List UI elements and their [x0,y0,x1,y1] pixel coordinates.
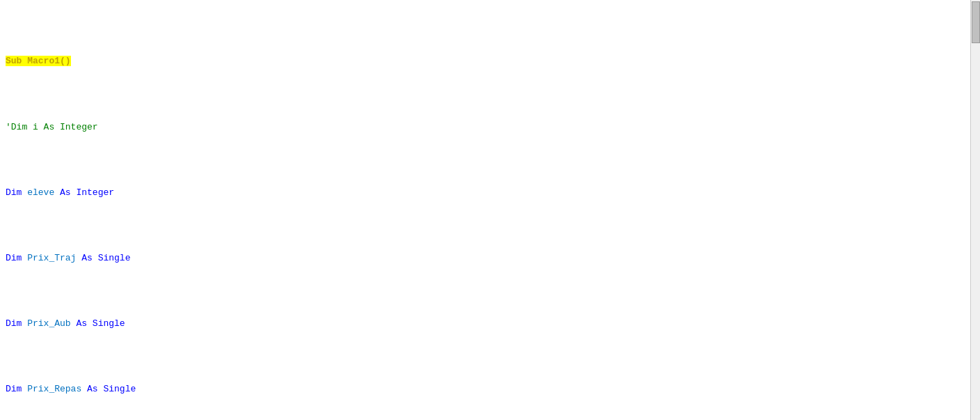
code-line-3: Dim eleve As Integer [6,187,965,200]
editor-container: Sub Macro1() 'Dim i As Integer Dim eleve… [0,0,980,420]
code-line-1: Sub Macro1() [6,55,965,68]
code-line-5: Dim Prix_Aub As Single [6,318,965,331]
code-line-4: Dim Prix_Traj As Single [6,252,965,265]
code-line-6: Dim Prix_Repas As Single [6,383,965,396]
scrollbar-thumb[interactable] [972,1,980,43]
code-editor[interactable]: Sub Macro1() 'Dim i As Integer Dim eleve… [0,0,970,420]
vertical-scrollbar[interactable] [970,0,980,420]
code-line-2: 'Dim i As Integer [6,121,965,134]
